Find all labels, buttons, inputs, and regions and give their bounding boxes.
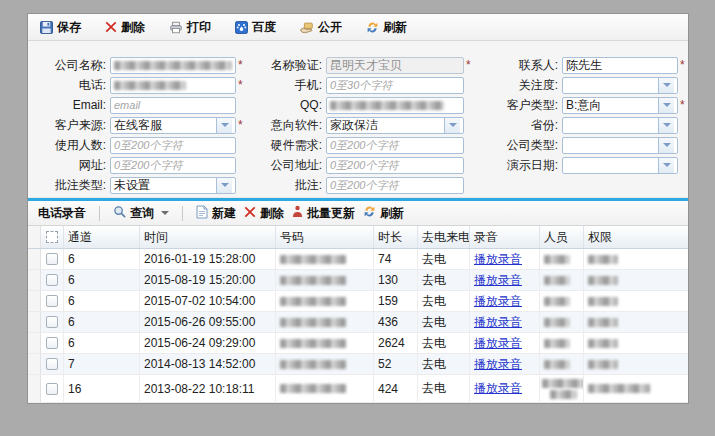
dropdown-button[interactable] (444, 118, 460, 133)
redacted-person (544, 339, 570, 348)
dropdown-button[interactable] (658, 158, 674, 173)
company-name-input[interactable] (110, 57, 236, 74)
note-type-select[interactable]: 未设置 (110, 177, 236, 194)
field-label: Email: (34, 98, 110, 112)
dropdown-button[interactable] (658, 98, 674, 113)
cell-time: 2014-08-13 14:52:00 (140, 354, 276, 374)
phone-input[interactable] (110, 77, 236, 94)
row-checkbox[interactable] (46, 316, 58, 328)
table-row[interactable]: 6 2015-07-02 10:54:00 159 去电 播放录音 (28, 291, 688, 312)
email-field: Email: email * (34, 97, 252, 114)
demo-date-select[interactable] (562, 157, 678, 174)
save-button[interactable]: 保存 (38, 18, 83, 37)
play-recording-link[interactable]: 播放录音 (474, 314, 522, 331)
new-button[interactable]: 新建 (192, 204, 240, 223)
play-recording-link[interactable]: 播放录音 (474, 380, 522, 397)
recordings-toolbar: 电话录音 查询 新建 删除 批量更新 刷新 (28, 201, 688, 226)
field-label: 批注类型: (34, 177, 110, 194)
field-label: 网址: (34, 157, 110, 174)
publish-icon (300, 21, 314, 34)
play-recording-link[interactable]: 播放录音 (474, 272, 522, 289)
dropdown-button[interactable] (216, 118, 232, 133)
cell-number (276, 312, 374, 332)
row-checkbox[interactable] (46, 358, 58, 370)
dropdown-button[interactable] (216, 178, 232, 193)
play-recording-link[interactable]: 播放录音 (474, 293, 522, 310)
delete-rec-button[interactable]: 删除 (240, 204, 288, 223)
row-checkbox[interactable] (46, 337, 58, 349)
customer-source-select[interactable]: 在线客服 (110, 117, 236, 134)
column-header-2[interactable]: 号码 (276, 226, 374, 248)
recordings-table-header: 通道时间号码时长去电来电录音人员权限 (28, 226, 688, 249)
delete-icon (105, 21, 117, 33)
mobile-input[interactable]: 0至30个字符 (326, 77, 464, 94)
cell-direction: 去电 (418, 312, 470, 332)
company-name-field: 公司名称: * (34, 57, 252, 74)
qq-input[interactable] (326, 97, 464, 114)
print-button[interactable]: 打印 (167, 18, 213, 37)
contact-input[interactable]: 陈先生 (562, 57, 678, 74)
delete-button[interactable]: 删除 (103, 18, 147, 37)
baidu-button[interactable]: 百度 (233, 18, 278, 37)
table-row[interactable]: 16 2013-08-22 10:18:11 424 去电 播放录音 (28, 375, 688, 403)
column-header-1[interactable]: 时间 (140, 226, 276, 248)
caret-down-icon (221, 183, 229, 187)
table-row[interactable]: 6 2015-06-26 09:55:00 436 去电 播放录音 (28, 312, 688, 333)
redacted-permission (588, 360, 618, 369)
customer-type-select[interactable]: B:意向 (562, 97, 678, 114)
attention-select[interactable] (562, 77, 678, 94)
company-type-select[interactable] (562, 137, 678, 154)
email-input[interactable]: email (110, 97, 236, 114)
recordings-table-body: 6 2016-01-19 15:28:00 74 去电 播放录音 6 2015-… (28, 249, 688, 403)
cell-duration: 130 (374, 270, 418, 290)
play-recording-link[interactable]: 播放录音 (474, 335, 522, 352)
name-verify-input: 昆明天才宝贝 (326, 57, 464, 74)
play-recording-link[interactable]: 播放录音 (474, 251, 522, 268)
required-marker: * (236, 80, 252, 90)
play-recording-link[interactable]: 播放录音 (474, 356, 522, 373)
cell-permission (584, 270, 688, 290)
column-header-0[interactable]: 通道 (64, 226, 140, 248)
dropdown-button[interactable] (658, 138, 674, 153)
company-address-input[interactable]: 0至200个字符 (326, 157, 464, 174)
query-button[interactable]: 查询 (109, 204, 173, 223)
publish-button[interactable]: 公开 (298, 18, 344, 37)
cell-channel: 6 (64, 312, 140, 332)
row-checkbox[interactable] (46, 295, 58, 307)
table-row[interactable]: 6 2016-01-19 15:28:00 74 去电 播放录音 (28, 249, 688, 270)
table-row[interactable]: 7 2014-08-13 14:52:00 52 去电 播放录音 (28, 354, 688, 375)
note-input[interactable]: 0至200个字符 (326, 177, 464, 194)
field-label: 手机: (252, 77, 326, 94)
cell-channel: 6 (64, 249, 140, 269)
refresh-rec-button[interactable]: 刷新 (359, 204, 408, 223)
column-header-3[interactable]: 时长 (374, 226, 418, 248)
new-icon (196, 205, 208, 222)
refresh-button[interactable]: 刷新 (364, 18, 409, 37)
dropdown-button[interactable] (658, 78, 674, 93)
province-select[interactable] (562, 117, 678, 134)
dropdown-button[interactable] (658, 118, 674, 133)
customer-source-field: 客户来源: 在线客服 * (34, 117, 252, 134)
caret-down-icon (663, 83, 671, 87)
select-all-checkbox[interactable] (46, 231, 58, 243)
cell-permission (584, 375, 688, 402)
redacted-number (280, 384, 346, 393)
redacted-person-line2 (550, 390, 577, 399)
intent-software-select[interactable]: 家政保洁 (326, 117, 464, 134)
batch-update-button[interactable]: 批量更新 (288, 204, 359, 223)
row-checkbox[interactable] (46, 253, 58, 265)
column-header-7[interactable]: 权限 (584, 226, 688, 248)
redacted-number (280, 276, 346, 285)
hardware-req-input[interactable]: 0至200个字符 (326, 137, 464, 154)
column-header-4[interactable]: 去电来电 (418, 226, 470, 248)
column-header-6[interactable]: 人员 (540, 226, 584, 248)
redacted-permission (588, 339, 618, 348)
website-input[interactable]: 0至200个字符 (110, 157, 236, 174)
table-row[interactable]: 6 2015-08-19 15:20:00 130 去电 播放录音 (28, 270, 688, 291)
row-checkbox[interactable] (46, 383, 58, 395)
field-label: 省份: (480, 117, 562, 134)
column-header-5[interactable]: 录音 (470, 226, 540, 248)
row-checkbox[interactable] (46, 274, 58, 286)
user-count-input[interactable]: 0至200个字符 (110, 137, 236, 154)
table-row[interactable]: 6 2015-06-24 09:29:00 2624 去电 播放录音 (28, 333, 688, 354)
